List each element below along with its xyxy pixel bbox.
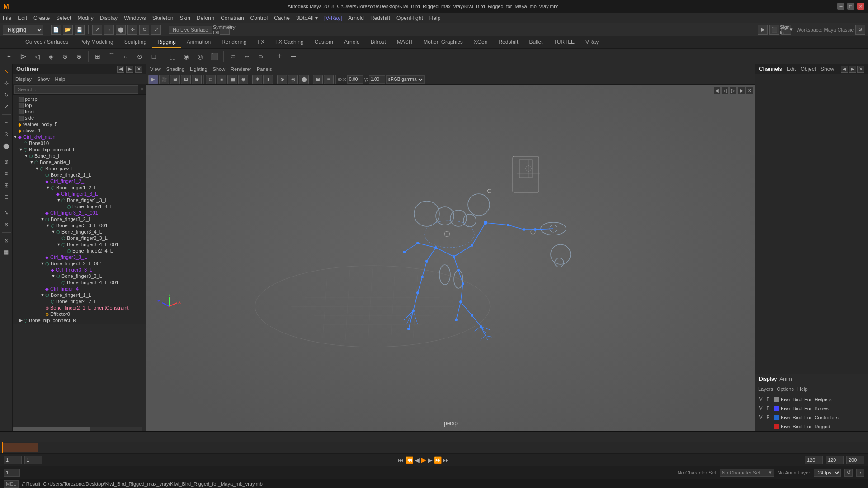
plus-icon[interactable]: + <box>273 50 286 63</box>
tab-xgen[interactable]: XGen <box>468 37 493 48</box>
vp-ao-btn[interactable]: ⊙ <box>277 75 287 84</box>
history-icon[interactable]: ⊃ <box>255 50 267 63</box>
outliner-scroll-area[interactable]: ⬛ persp ⬛ top ⬛ fron <box>13 95 146 431</box>
list-item[interactable]: V P Kiwi_Bird_Fur_Controllers <box>755 413 868 422</box>
list-item[interactable]: ⬛ side <box>13 115 146 121</box>
list-item[interactable]: V P Kiwi_Bird_Fur_Helpers <box>755 395 868 404</box>
exposure-input[interactable] <box>347 75 363 84</box>
vp-menu-shading[interactable]: Shading <box>166 66 184 72</box>
list-item[interactable]: ◆ Ctrl_finger1_2_L <box>13 178 146 184</box>
gamma-input[interactable] <box>369 75 385 84</box>
vp-shaded-btn[interactable]: ◉ <box>238 75 248 84</box>
layer-v-icon[interactable]: V <box>757 415 764 420</box>
list-item[interactable]: ▼ ⬡ Bone_paw_L <box>13 165 146 172</box>
menu-edit[interactable]: Edit <box>18 15 27 21</box>
soft-selection-icon[interactable]: ⊂ <box>226 50 239 63</box>
cluster-lv-icon[interactable]: ⊞ <box>1 180 12 191</box>
list-item[interactable]: ⬡ Bone010 <box>13 140 146 146</box>
list-item[interactable]: ◆ Ctrl_finger3_2_L_001 <box>13 210 146 216</box>
go-to-end-button[interactable]: ⏭ <box>443 456 449 464</box>
scale-lv-icon[interactable]: ⤢ <box>1 101 12 112</box>
vp-dof-btn[interactable]: ◎ <box>288 75 298 84</box>
select-hierarchy-icon[interactable]: ⊳ <box>17 50 29 63</box>
list-item[interactable]: ▼ ⬡ Bone_hip_l <box>13 153 146 159</box>
list-item[interactable]: ▼ ◆ Ctrl_kiwi_main <box>13 134 146 140</box>
next-frame-button[interactable]: ▶ <box>428 456 433 464</box>
outliner-close-button[interactable]: ✕ <box>135 66 142 73</box>
list-item[interactable]: ⬡ Bone_finger1_4_L <box>13 203 146 210</box>
list-item[interactable]: ▼ ⬡ Bone_hip_connect_L <box>13 146 146 153</box>
tab-display[interactable]: Display <box>759 376 777 382</box>
minus-icon[interactable]: – <box>287 50 300 63</box>
vp-play-btn[interactable]: ▶ <box>148 75 158 84</box>
new-scene-button[interactable]: 📄 <box>51 25 61 35</box>
layers-menu-layers[interactable]: Layers <box>758 386 773 392</box>
list-item[interactable]: ⬛ top <box>13 102 146 108</box>
menu-redshift[interactable]: Redshift <box>370 15 390 21</box>
tab-bifrost[interactable]: Bifrost <box>365 37 392 48</box>
ipr-button[interactable]: ⬛ <box>769 25 779 35</box>
list-item[interactable]: ⬡ Bone_finger2_3_L <box>13 235 146 241</box>
no-character-set-dropdown[interactable]: No Character Set ▾ <box>720 469 774 477</box>
outliner-expand-button[interactable]: ▶ <box>126 66 133 73</box>
tab-sculpting[interactable]: Sculpting <box>119 37 152 48</box>
menu-create[interactable]: Create <box>33 15 50 21</box>
list-item[interactable]: ◆ Ctrl_finger3_3_L <box>13 267 146 273</box>
tab-animation[interactable]: Animation <box>181 37 216 48</box>
vp-menu-view[interactable]: View <box>150 66 161 72</box>
paint-select-button[interactable]: ⬤ <box>116 25 126 35</box>
list-item[interactable]: ⬡ Bone_finger2_1_L <box>13 172 146 178</box>
tab-poly-modeling[interactable]: Poly Modeling <box>74 37 118 48</box>
display-mode-subdiv-icon[interactable]: ◎ <box>194 50 207 63</box>
nav-next-button[interactable]: ▷ <box>730 87 737 94</box>
list-item[interactable]: ◆ claws_1 <box>13 127 146 134</box>
snap-point-icon[interactable]: ○ <box>119 50 132 63</box>
vp-ssao-btn[interactable]: ⬤ <box>299 75 309 84</box>
tab-vray[interactable]: VRay <box>580 37 604 48</box>
go-to-start-button[interactable]: ⏮ <box>398 456 404 464</box>
search-input[interactable] <box>14 85 138 94</box>
timeline-bar[interactable] <box>0 442 868 453</box>
sign-in-button[interactable]: Sign In ▾ <box>781 25 791 35</box>
list-item[interactable]: ⬡ Bone_finger2_4_L <box>13 248 146 254</box>
outliner-search[interactable]: ✕ <box>13 84 146 95</box>
ik-lv-icon[interactable]: ≡ <box>1 168 12 179</box>
lattice-lv-icon[interactable]: ⊡ <box>1 192 12 202</box>
vp-menu-renderer[interactable]: Renderer <box>231 66 251 72</box>
snap-surface-icon[interactable]: ⊙ <box>133 50 146 63</box>
list-item[interactable]: ▼ ⬡ Bone_ankle_L <box>13 159 146 165</box>
list-item[interactable]: ◆ feather_body_5 <box>13 121 146 127</box>
list-item[interactable]: ⬡ Bone_finger3_4_L_001 <box>13 279 146 286</box>
menu-modify[interactable]: Modify <box>77 15 93 21</box>
snap-grid-icon[interactable]: ⊞ <box>91 50 104 63</box>
fps-dropdown[interactable]: 24 fps 25 fps 30 fps <box>814 469 841 477</box>
display-mode-smooth-icon[interactable]: ◉ <box>180 50 193 63</box>
nav-right-button[interactable]: ▶ <box>738 87 745 94</box>
list-item[interactable]: ⬡ Bone_finger4_2_L <box>13 298 146 305</box>
outliner-shrink-button[interactable]: ◀ <box>117 66 124 73</box>
tab-fx[interactable]: FX <box>252 37 270 48</box>
anim-end-input[interactable] <box>846 456 864 464</box>
open-scene-button[interactable]: 📂 <box>63 25 73 35</box>
vp-grid-btn[interactable]: ⊞ <box>313 75 323 84</box>
list-item[interactable]: V P Kiwi_Bird_Fur_Bones <box>755 404 868 413</box>
tab-rendering[interactable]: Rendering <box>216 37 252 48</box>
menu-arnold[interactable]: Arnold <box>348 15 364 21</box>
vp-frame-all-btn[interactable]: ⊞ <box>170 75 180 84</box>
list-item[interactable]: ◆ Ctrl_finger_4 <box>13 286 146 292</box>
move-tool-button[interactable]: ✛ <box>127 25 137 35</box>
vp-shadow-btn[interactable]: ◗ <box>263 75 273 84</box>
list-item[interactable]: ▼ ⬡ Bone_finger1_2_L <box>13 184 146 191</box>
list-item[interactable]: ◆ Ctrl_finger1_3_L <box>13 191 146 197</box>
display-mode-obj-icon[interactable]: ⬚ <box>166 50 179 63</box>
close-button[interactable]: ✕ <box>857 3 864 10</box>
symmetry-button[interactable]: Symmetry: Off <box>220 25 230 35</box>
vp-frame-sel-btn[interactable]: ⊡ <box>181 75 191 84</box>
layers-menu-options[interactable]: Options <box>777 386 794 392</box>
menu-windows[interactable]: Windows <box>124 15 146 21</box>
window-controls[interactable]: ─ □ ✕ <box>837 3 864 10</box>
layers-menu-help[interactable]: Help <box>797 386 808 392</box>
tab-mash[interactable]: MASH <box>392 37 418 48</box>
outliner-hscroll-thumb[interactable] <box>13 427 90 431</box>
select-leaf-icon[interactable]: ⊕ <box>73 50 85 63</box>
